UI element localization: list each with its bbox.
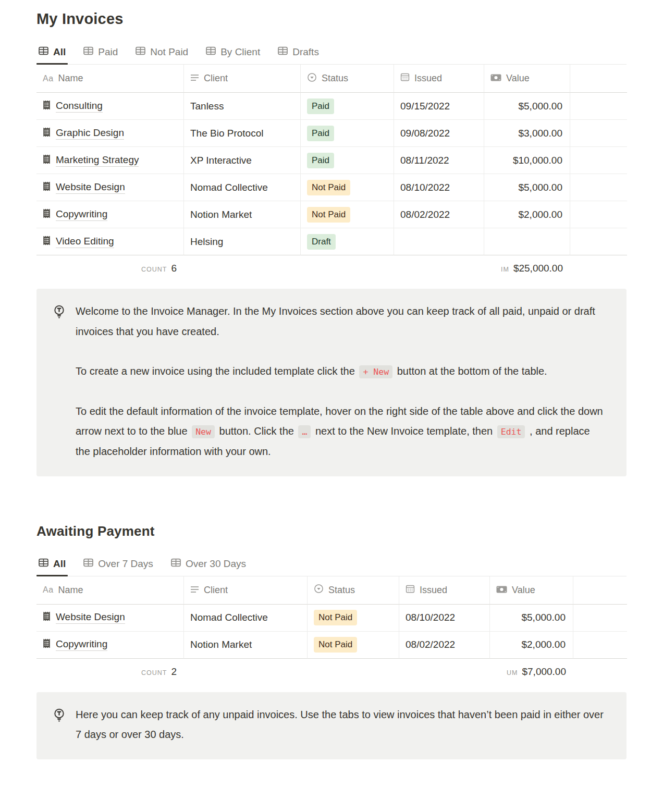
column-header-issued[interactable]: Issued (394, 65, 484, 93)
status-cell[interactable]: Draft (301, 228, 394, 255)
client-cell[interactable]: Helsing (184, 228, 301, 255)
money-icon (496, 585, 507, 596)
sum-aggregate[interactable]: UM $7,000.00 (490, 666, 573, 678)
value-cell[interactable]: $5,000.00 (484, 174, 570, 201)
table-view-icon (39, 558, 48, 570)
receipt-icon (43, 127, 51, 140)
issued-cell[interactable]: 08/10/2022 (394, 174, 484, 201)
invoice-page-link[interactable]: Consulting (56, 100, 103, 113)
invoice-page-link[interactable]: Website Design (56, 611, 125, 624)
invoice-page-link[interactable]: Website Design (56, 181, 125, 194)
tab-over-30-days[interactable]: Over 30 Days (169, 555, 248, 576)
count-aggregate[interactable]: COUNT 6 (36, 263, 184, 274)
status-cell[interactable]: Not Paid (308, 632, 399, 659)
calendar-icon (406, 584, 415, 596)
issued-cell[interactable]: 08/10/2022 (399, 605, 490, 632)
sum-aggregate[interactable]: IM $25,000.00 (484, 263, 570, 274)
row-spacer (570, 120, 627, 147)
count-aggregate[interactable]: COUNT 2 (36, 666, 184, 678)
value-cell[interactable]: $3,000.00 (484, 120, 570, 147)
client-cell[interactable]: Notion Market (184, 632, 308, 659)
invoice-name-cell[interactable]: Graphic Design (36, 120, 184, 147)
my-invoices-section: My Invoices All Paid Not Paid By Client … (36, 10, 627, 476)
receipt-icon (43, 154, 51, 167)
value-cell[interactable]: $2,000.00 (484, 201, 570, 228)
tab-by-client[interactable]: By Client (204, 43, 262, 64)
ellipsis-code-chip: … (298, 425, 311, 438)
status-badge: Paid (307, 126, 334, 141)
column-header-status[interactable]: Status (308, 576, 399, 605)
calendar-icon (400, 72, 410, 84)
text-lines-icon (190, 585, 199, 596)
table-view-icon (171, 558, 181, 570)
client-cell[interactable]: Tanless (184, 93, 301, 120)
unpaid-info-callout: Here you can keep track of any unpaid in… (36, 692, 627, 759)
column-header-status[interactable]: Status (301, 65, 394, 93)
tab-all-awaiting[interactable]: All (36, 555, 68, 576)
status-badge: Not Paid (307, 207, 350, 223)
row-spacer (573, 605, 627, 632)
client-cell[interactable]: The Bio Protocol (184, 120, 301, 147)
issued-cell[interactable]: 08/02/2022 (394, 201, 484, 228)
issued-cell[interactable]: 08/11/2022 (394, 147, 484, 174)
tab-drafts[interactable]: Drafts (276, 43, 321, 64)
column-header-issued[interactable]: Issued (399, 576, 490, 605)
status-badge: Not Paid (314, 637, 357, 653)
count-label: COUNT (141, 669, 167, 676)
invoice-page-link[interactable]: Copywriting (56, 638, 107, 651)
invoice-name-cell[interactable]: Consulting (36, 93, 184, 120)
status-cell[interactable]: Paid (301, 93, 394, 120)
invoice-page-link[interactable]: Marketing Strategy (56, 154, 139, 167)
tab-not-paid[interactable]: Not Paid (133, 43, 190, 64)
client-cell[interactable]: Nomad Collective (184, 174, 301, 201)
value-cell[interactable]: $2,000.00 (490, 632, 573, 659)
invoice-page-link[interactable]: Video Editing (56, 236, 114, 248)
issued-cell[interactable]: 08/02/2022 (399, 632, 490, 659)
column-header-name[interactable]: AaName (36, 576, 184, 605)
tab-paid[interactable]: Paid (81, 43, 120, 64)
column-header-name[interactable]: AaName (36, 65, 184, 93)
client-cell[interactable]: Nomad Collective (184, 605, 308, 632)
issued-cell[interactable]: 09/15/2022 (394, 93, 484, 120)
column-header-spacer (573, 576, 627, 605)
column-header-value[interactable]: Value (484, 65, 570, 93)
invoice-name-cell[interactable]: Copywriting (36, 632, 184, 659)
table-view-icon (39, 46, 48, 58)
client-cell[interactable]: Notion Market (184, 201, 301, 228)
invoice-name-cell[interactable]: Copywriting (36, 201, 184, 228)
table-view-icon (83, 46, 93, 58)
invoice-name-cell[interactable]: Website Design (36, 174, 184, 201)
tab-all[interactable]: All (36, 43, 68, 64)
tab-over-7-days[interactable]: Over 7 Days (81, 555, 155, 576)
receipt-icon (43, 100, 51, 113)
table-view-icon (83, 558, 93, 570)
column-header-value[interactable]: Value (490, 576, 573, 605)
value-cell[interactable]: $5,000.00 (484, 93, 570, 120)
status-cell[interactable]: Paid (301, 120, 394, 147)
table-body: ConsultingTanlessPaid09/15/2022$5,000.00… (36, 93, 627, 255)
status-cell[interactable]: Not Paid (301, 201, 394, 228)
count-value: 6 (171, 263, 177, 274)
invoice-manager-page: My Invoices All Paid Not Paid By Client … (0, 10, 663, 759)
issued-cell[interactable] (394, 228, 484, 255)
status-cell[interactable]: Not Paid (308, 605, 399, 632)
edit-code-chip: Edit (497, 425, 525, 438)
status-cell[interactable]: Paid (301, 147, 394, 174)
invoice-name-cell[interactable]: Website Design (36, 605, 184, 632)
value-cell[interactable] (484, 228, 570, 255)
column-header-client[interactable]: Client (184, 576, 308, 605)
invoice-name-cell[interactable]: Video Editing (36, 228, 184, 255)
invoice-page-link[interactable]: Copywriting (56, 208, 107, 221)
issued-cell[interactable]: 09/08/2022 (394, 120, 484, 147)
status-cell[interactable]: Not Paid (301, 174, 394, 201)
client-cell[interactable]: XP Interactive (184, 147, 301, 174)
value-cell[interactable]: $10,000.00 (484, 147, 570, 174)
column-header-client[interactable]: Client (184, 65, 301, 93)
value-cell[interactable]: $5,000.00 (490, 605, 573, 632)
table-row: Video EditingHelsingDraft (36, 228, 627, 255)
invoice-name-cell[interactable]: Marketing Strategy (36, 147, 184, 174)
table-row: Graphic DesignThe Bio ProtocolPaid09/08/… (36, 120, 627, 147)
row-spacer (570, 201, 627, 228)
count-label: COUNT (141, 266, 167, 273)
invoice-page-link[interactable]: Graphic Design (56, 127, 124, 140)
